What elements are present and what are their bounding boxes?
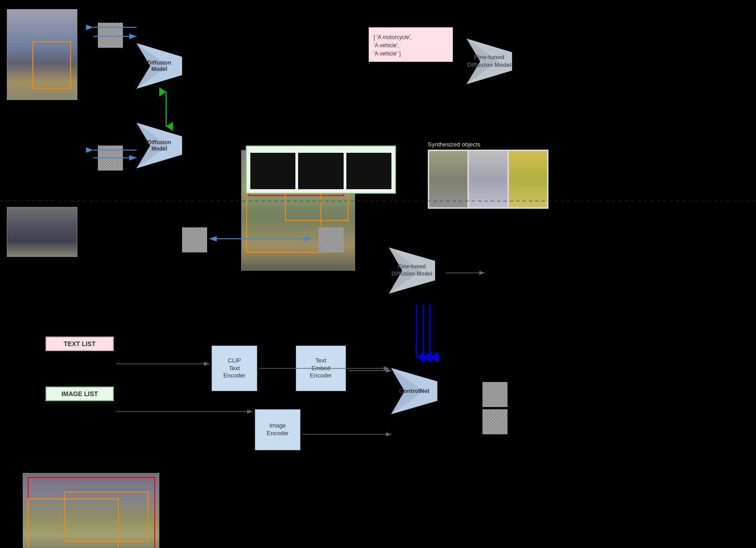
blue-arrows-to-controlnet <box>396 302 451 362</box>
image-list-box-top <box>246 146 396 194</box>
text-list-box-bottom: TEXT LIST <box>46 337 114 351</box>
result-square-1 <box>482 382 507 407</box>
arrow-imageencoder-to-controlnet <box>300 430 396 439</box>
noise-square-bottom-center-left <box>182 227 207 252</box>
synthesized-objects-title: Synthesized objects <box>428 141 555 148</box>
text-list-box-top: [ 'A motorcycle', 'A vehicle', 'A vehicl… <box>369 27 453 62</box>
arrow-textlist-to-clip <box>114 359 214 368</box>
bottom-main-scene <box>23 473 159 548</box>
text-list-item-3: 'A vehicle' ] <box>374 50 448 58</box>
cropped-motorcycle-image <box>7 207 77 257</box>
arrow-imagelist-to-encoder <box>114 407 257 416</box>
orange-bbox-bottom-2 <box>64 492 148 542</box>
text-embed-encoder: TextEmbedEncoder <box>296 346 346 391</box>
scene-top-left-image <box>7 9 77 100</box>
image-list-box-bottom: IMAGE LIST <box>46 387 114 401</box>
motorcycle-label <box>247 251 249 252</box>
clip-text-encoder: CLIPTextEncoder <box>212 346 257 391</box>
text-list-item-1: [ 'A motorcycle', <box>374 33 448 41</box>
vehicle-side-label <box>345 220 348 221</box>
synth-image-3 <box>509 151 547 207</box>
fine-tuned-diffusion-model-top: Fine-tunedDiffusion Model <box>464 36 514 86</box>
image-list-item-2 <box>298 153 343 189</box>
synth-image-1 <box>429 151 467 207</box>
orange-bbox-top <box>32 41 71 89</box>
fine-tuned-diffusion-model-bottom: Fine-tunedDiffusion Model <box>382 241 441 300</box>
arrow-finetuned-to-result <box>444 268 489 277</box>
section-separator <box>0 200 756 202</box>
text-list-item-2: 'A vehicle', <box>374 41 448 50</box>
result-square-2 <box>482 409 507 434</box>
diffusion-model-1: DiffusionModel <box>134 41 184 91</box>
noise-square-bottom-center-right <box>319 227 344 252</box>
synth-image-2 <box>469 151 507 207</box>
diffusion-model-2: DiffusionModel <box>134 121 184 171</box>
noise-square-bottom-left <box>98 146 123 171</box>
synthesized-objects-section: Synthesized objects <box>428 141 555 209</box>
image-list-item-3 <box>346 153 391 189</box>
noise-square-top-left <box>98 23 123 48</box>
image-list-item-1 <box>250 153 295 189</box>
image-encoder: ImageEncoder <box>255 409 300 450</box>
controlnet: ControlNet <box>385 362 444 421</box>
